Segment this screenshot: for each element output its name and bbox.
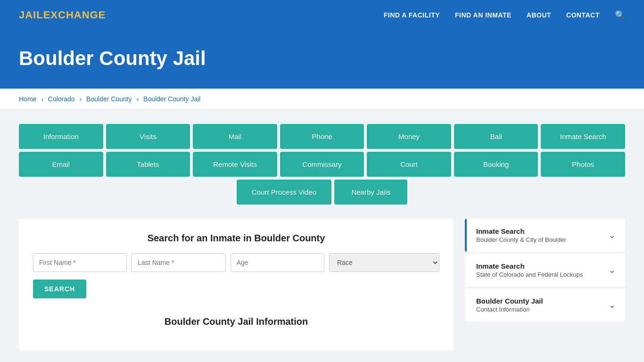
button-grid-row2: Email Tablets Remote Visits Commissary C… xyxy=(19,152,625,177)
btn-tablets[interactable]: Tablets xyxy=(106,152,190,177)
search-button[interactable]: SEARCH xyxy=(33,280,86,298)
sidebar-card-contact-info[interactable]: Boulder County Jail Contact Information … xyxy=(465,288,625,321)
sidebar-card-subtitle-3: Contact Information xyxy=(476,306,543,313)
sidebar-card-text-2: Inmate Search State of Colorado and Fede… xyxy=(476,262,583,278)
btn-court[interactable]: Court xyxy=(367,152,451,177)
sidebar-card-subtitle-1: Boulder County & City of Boulder xyxy=(476,236,566,243)
button-grid-row3: Court Process Video Nearby Jails xyxy=(19,180,625,205)
first-name-input[interactable] xyxy=(33,253,127,272)
hero-banner: Boulder County Jail xyxy=(0,30,644,89)
last-name-input[interactable] xyxy=(132,253,225,272)
sidebar-card-text-3: Boulder County Jail Contact Information xyxy=(476,297,543,313)
breadcrumb-current[interactable]: Boulder County Jail xyxy=(143,95,200,103)
sidebar-card-title-2: Inmate Search xyxy=(476,262,583,270)
btn-remote-visits[interactable]: Remote Visits xyxy=(193,152,277,177)
sidebar-card-colorado-inmate[interactable]: Inmate Search State of Colorado and Fede… xyxy=(465,254,625,287)
page-title: Boulder County Jail xyxy=(19,47,625,70)
sidebar-card-text-1: Inmate Search Boulder County & City of B… xyxy=(476,227,566,243)
chevron-down-icon-2: ⌄ xyxy=(609,265,616,275)
btn-photos[interactable]: Photos xyxy=(541,152,625,177)
button-grid-row1: Information Visits Mail Phone Money Bail… xyxy=(19,124,625,149)
nav-links: FIND A FACILITY FIND AN INMATE ABOUT CON… xyxy=(384,10,625,20)
nav-contact[interactable]: CONTACT xyxy=(566,11,600,19)
search-icon[interactable]: 🔍 xyxy=(615,10,625,20)
age-input[interactable] xyxy=(231,253,324,272)
breadcrumb-boulder-county[interactable]: Boulder County xyxy=(86,95,132,103)
breadcrumb-sep1: › xyxy=(41,95,45,103)
breadcrumb-home[interactable]: Home xyxy=(19,95,36,103)
breadcrumb-sep2: › xyxy=(80,95,84,103)
btn-nearby-jails[interactable]: Nearby Jails xyxy=(334,180,407,205)
btn-booking[interactable]: Booking xyxy=(454,152,538,177)
sidebar-card-title-3: Boulder County Jail xyxy=(476,297,543,305)
chevron-down-icon-1: ⌄ xyxy=(609,230,616,240)
breadcrumb: Home › Colorado › Boulder County › Bould… xyxy=(0,89,644,110)
btn-mail[interactable]: Mail xyxy=(193,124,277,149)
sidebar-card-subtitle-2: State of Colorado and Federal Lockups xyxy=(476,271,583,278)
main-content: Information Visits Mail Phone Money Bail… xyxy=(0,110,644,362)
btn-visits[interactable]: Visits xyxy=(106,124,190,149)
logo-exchange: EXCHANGE xyxy=(43,9,106,21)
search-panel: Search for an Inmate in Boulder County R… xyxy=(19,219,454,351)
sidebar-card-boulder-inmate[interactable]: Inmate Search Boulder County & City of B… xyxy=(465,219,625,252)
section-title: Boulder County Jail Information xyxy=(33,312,439,327)
breadcrumb-sep3: › xyxy=(137,95,141,103)
btn-court-process-video[interactable]: Court Process Video xyxy=(237,180,331,205)
nav-find-facility[interactable]: FIND A FACILITY xyxy=(384,11,440,19)
sidebar-card-title-1: Inmate Search xyxy=(476,227,566,235)
nav-find-inmate[interactable]: FIND AN INMATE xyxy=(455,11,512,19)
btn-phone[interactable]: Phone xyxy=(280,124,364,149)
content-row: Search for an Inmate in Boulder County R… xyxy=(19,219,625,351)
sidebar: Inmate Search Boulder County & City of B… xyxy=(465,219,625,323)
site-logo[interactable]: JAILEXCHANGE xyxy=(19,9,106,21)
btn-email[interactable]: Email xyxy=(19,152,103,177)
navbar: JAILEXCHANGE FIND A FACILITY FIND AN INM… xyxy=(0,0,644,30)
btn-information[interactable]: Information xyxy=(19,124,103,149)
search-title: Search for an Inmate in Boulder County xyxy=(33,233,439,244)
btn-inmate-search[interactable]: Inmate Search xyxy=(541,124,625,149)
breadcrumb-colorado[interactable]: Colorado xyxy=(48,95,75,103)
race-select[interactable]: Race White Black Hispanic Asian Other xyxy=(329,253,439,272)
search-fields: Race White Black Hispanic Asian Other xyxy=(33,253,439,272)
chevron-down-icon-3: ⌄ xyxy=(609,300,616,310)
logo-part1: JAIL xyxy=(19,9,43,21)
btn-money[interactable]: Money xyxy=(367,124,451,149)
nav-about[interactable]: ABOUT xyxy=(527,11,551,19)
btn-commissary[interactable]: Commissary xyxy=(280,152,364,177)
btn-bail[interactable]: Bail xyxy=(454,124,538,149)
